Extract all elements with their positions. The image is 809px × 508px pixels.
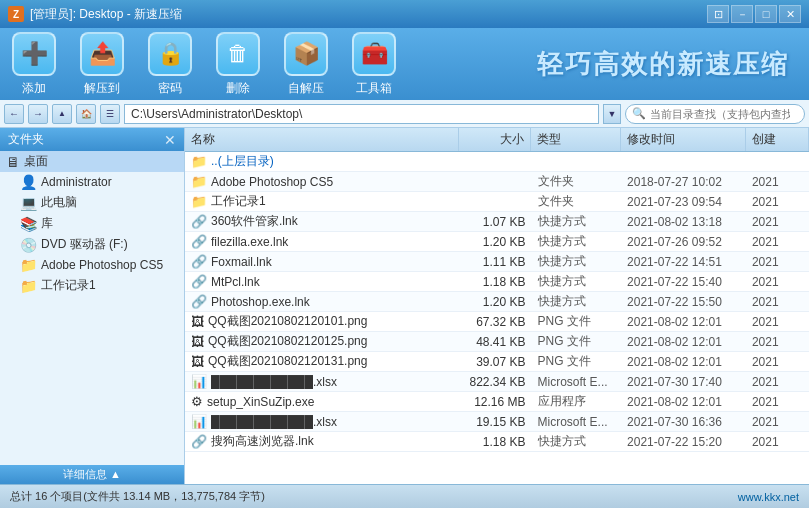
selfextract-button[interactable]: 📦 自解压	[282, 32, 330, 97]
search-input[interactable]	[650, 108, 790, 120]
file-name: QQ截图20210802120125.png	[208, 333, 367, 350]
sidebar-item-label-library: 库	[41, 215, 53, 232]
file-created: 2021	[746, 355, 809, 369]
file-modified: 2021-08-02 12:01	[621, 315, 746, 329]
selfextract-icon: 📦	[284, 32, 328, 76]
sidebar-close-button[interactable]: ✕	[164, 132, 176, 148]
sidebar-item-workrec[interactable]: 📁 工作记录1	[0, 275, 184, 296]
sidebar-item-label-desktop: 桌面	[24, 153, 48, 170]
table-row[interactable]: 🔗搜狗高速浏览器.lnk1.18 KB快捷方式2021-07-22 15:202…	[185, 432, 809, 452]
selfextract-label: 自解压	[288, 80, 324, 97]
file-created: 2021	[746, 175, 809, 189]
file-modified: 2021-08-02 12:01	[621, 335, 746, 349]
sidebar-items: 🖥 桌面 👤 Administrator 💻 此电脑 📚 库 💿 DVD 驱动器…	[0, 151, 184, 465]
col-header-type[interactable]: 类型	[531, 128, 621, 151]
file-icon: 🖼	[191, 354, 204, 369]
file-created: 2021	[746, 275, 809, 289]
file-icon: 📊	[191, 374, 207, 389]
table-row[interactable]: 🔗360软件管家.lnk1.07 KB快捷方式2021-08-02 13:182…	[185, 212, 809, 232]
col-header-created[interactable]: 创建	[746, 128, 809, 151]
folder-icon-ps: 📁	[20, 257, 37, 273]
table-row[interactable]: 🖼QQ截图20210802120125.png48.41 KBPNG 文件202…	[185, 332, 809, 352]
file-size: 1.18 KB	[460, 435, 532, 449]
close-button[interactable]: ✕	[779, 5, 801, 23]
file-name: ..(上层目录)	[211, 153, 274, 170]
delete-icon: 🗑	[216, 32, 260, 76]
forward-button[interactable]: →	[28, 104, 48, 124]
minimize-button[interactable]: －	[731, 5, 753, 23]
file-modified: 2021-07-22 15:50	[621, 295, 746, 309]
filelist-body[interactable]: 📁..(上层目录)📁Adobe Photoshop CS5文件夹2018-07-…	[185, 152, 809, 484]
sidebar-item-label-dvd: DVD 驱动器 (F:)	[41, 236, 128, 253]
toolbox-icon: 🧰	[352, 32, 396, 76]
sidebar-item-dvd[interactable]: 💿 DVD 驱动器 (F:)	[0, 234, 184, 255]
file-type: PNG 文件	[532, 313, 622, 330]
file-size: 1.20 KB	[460, 235, 532, 249]
file-modified: 2018-07-27 10:02	[621, 175, 746, 189]
table-row[interactable]: 🔗Foxmail.lnk1.11 KB快捷方式2021-07-22 14:512…	[185, 252, 809, 272]
search-box[interactable]: 🔍	[625, 104, 805, 124]
table-row[interactable]: 🔗filezilla.exe.lnk1.20 KB快捷方式2021-07-26 …	[185, 232, 809, 252]
file-created: 2021	[746, 195, 809, 209]
extract-button[interactable]: 📤 解压到	[78, 32, 126, 97]
toolbar: ➕ 添加 📤 解压到 🔒 密码 🗑 删除 📦 自解压 🧰 工具箱 轻巧高效的新速…	[0, 28, 809, 100]
table-row[interactable]: 📁Adobe Photoshop CS5文件夹2018-07-27 10:022…	[185, 172, 809, 192]
file-name: filezilla.exe.lnk	[211, 235, 288, 249]
table-row[interactable]: 🔗MtPcl.lnk1.18 KB快捷方式2021-07-22 15:40202…	[185, 272, 809, 292]
file-created: 2021	[746, 255, 809, 269]
addressbar: ← → ▲ 🏠 ☰ C:\Users\Administrator\Desktop…	[0, 100, 809, 128]
sidebar-item-label-workrec: 工作记录1	[41, 277, 96, 294]
table-row[interactable]: 🔗Photoshop.exe.lnk1.20 KB快捷方式2021-07-22 …	[185, 292, 809, 312]
file-icon: 🔗	[191, 234, 207, 249]
sidebar-item-library[interactable]: 📚 库	[0, 213, 184, 234]
table-row[interactable]: 🖼QQ截图20210802120131.png39.07 KBPNG 文件202…	[185, 352, 809, 372]
logo-text: www.kkx.net	[738, 491, 799, 503]
address-path[interactable]: C:\Users\Administrator\Desktop\	[124, 104, 599, 124]
delete-button[interactable]: 🗑 删除	[214, 32, 262, 97]
table-row[interactable]: 📁工作记录1文件夹2021-07-23 09:542021	[185, 192, 809, 212]
file-size: 48.41 KB	[460, 335, 532, 349]
file-modified: 2021-08-02 12:01	[621, 395, 746, 409]
file-created: 2021	[746, 215, 809, 229]
restore-button[interactable]: ⊡	[707, 5, 729, 23]
file-modified: 2021-07-30 16:36	[621, 415, 746, 429]
up-button[interactable]: ▲	[52, 104, 72, 124]
library-icon: 📚	[20, 216, 37, 232]
maximize-button[interactable]: □	[755, 5, 777, 23]
password-button[interactable]: 🔒 密码	[146, 32, 194, 97]
sidebar-item-thispc[interactable]: 💻 此电脑	[0, 192, 184, 213]
view-button[interactable]: ☰	[100, 104, 120, 124]
toolbox-button[interactable]: 🧰 工具箱	[350, 32, 398, 97]
add-button[interactable]: ➕ 添加	[10, 32, 58, 97]
sidebar-item-desktop[interactable]: 🖥 桌面	[0, 151, 184, 172]
col-header-size[interactable]: 大小	[459, 128, 531, 151]
user-icon: 👤	[20, 174, 37, 190]
table-row[interactable]: ⚙setup_XinSuZip.exe12.16 MB应用程序2021-08-0…	[185, 392, 809, 412]
file-modified: 2021-07-22 14:51	[621, 255, 746, 269]
folder-icon-wr: 📁	[20, 278, 37, 294]
file-name: MtPcl.lnk	[211, 275, 260, 289]
table-row[interactable]: 📊████████████.xlsx822.34 KBMicrosoft E..…	[185, 372, 809, 392]
file-icon: 🖼	[191, 314, 204, 329]
file-modified: 2021-07-22 15:20	[621, 435, 746, 449]
titlebar-title: [管理员]: Desktop - 新速压缩	[30, 6, 707, 23]
pc-icon: 💻	[20, 195, 37, 211]
sidebar-item-administrator[interactable]: 👤 Administrator	[0, 172, 184, 192]
file-created: 2021	[746, 335, 809, 349]
table-row[interactable]: 📊████████████.xlsx19.15 KBMicrosoft E...…	[185, 412, 809, 432]
col-header-modified[interactable]: 修改时间	[621, 128, 746, 151]
file-created: 2021	[746, 315, 809, 329]
file-modified: 2021-08-02 13:18	[621, 215, 746, 229]
file-icon: ⚙	[191, 394, 203, 409]
table-row[interactable]: 🖼QQ截图20210802120101.png67.32 KBPNG 文件202…	[185, 312, 809, 332]
back-button[interactable]: ←	[4, 104, 24, 124]
file-modified: 2021-07-26 09:52	[621, 235, 746, 249]
col-header-name[interactable]: 名称	[185, 128, 459, 151]
sidebar-item-photoshop[interactable]: 📁 Adobe Photoshop CS5	[0, 255, 184, 275]
delete-label: 删除	[226, 80, 250, 97]
home-button[interactable]: 🏠	[76, 104, 96, 124]
table-row[interactable]: 📁..(上层目录)	[185, 152, 809, 172]
sidebar-footer-detail[interactable]: 详细信息 ▲	[0, 465, 184, 484]
file-size: 822.34 KB	[460, 375, 532, 389]
address-dropdown[interactable]: ▼	[603, 104, 621, 124]
